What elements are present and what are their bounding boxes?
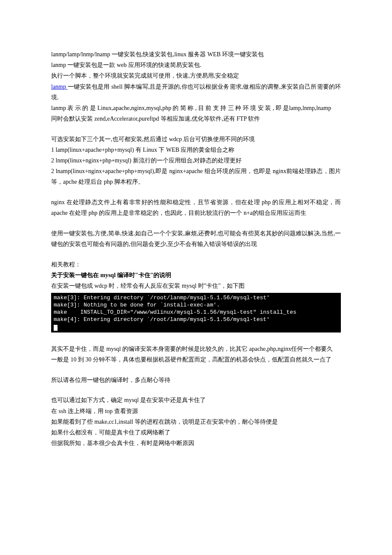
paragraph: 但据我所知，基本很少会真卡住，有时是网络中断原因 xyxy=(51,438,341,448)
paragraph: 同时会默认安装 zend,eAccelerator,pureftpd 等相应加速… xyxy=(51,113,341,124)
section-label: 相关教程： xyxy=(51,259,341,270)
heading-mysql-stuck: 关于安装一键包在 mysql 编译时"卡住"的说明 xyxy=(51,270,341,280)
paragraph-text: 一键安装包是用 shell 脚本编写,且是开源的,你也可以根据业务需求,做相应的… xyxy=(51,84,341,101)
paragraph: 在 ssh 连上终端，用 top 查看资源 xyxy=(51,406,341,416)
terminal-screenshot: make[3]: Entering directory `/root/lanmp… xyxy=(51,293,341,332)
paragraph: 其实不是卡住，而是 mysql 的编译安装本身需要的时候是比较久的，比其它 ap… xyxy=(51,344,341,354)
paragraph: 一般是 10 到 30 分钟不等，具体也要根据机器硬件配置而定，高配置的机器会快… xyxy=(51,354,341,365)
paragraph: 2 lnmp(linux+nginx+php+mysql) 新流行的一个应用组合… xyxy=(51,155,341,166)
terminal-line: make[4]: Entering directory `/root/lanmp… xyxy=(54,316,270,323)
paragraph: 所以请各位用一键包的编译时，多点耐心等待 xyxy=(51,375,341,385)
paragraph: lanmp 一键安装包是一款 web 应用环境的快速简易安装包. xyxy=(51,60,341,70)
lanmp-link[interactable]: lanmp xyxy=(51,84,68,90)
paragraph: 如果能看到了些 make,cc1,install 等的进程在跳动，说明是正在安装… xyxy=(51,416,341,427)
paragraph: 如果什么都没有，可能是真卡住了或网络断了 xyxy=(51,427,341,438)
paragraph: 在安装一键包或 wdcp 时，经常会有人反应在安装 mysql 时"卡住"，如下… xyxy=(51,280,341,291)
terminal-line: make[3]: Nothing to be done for `install… xyxy=(54,302,220,308)
paragraph: lanmp 一键安装包是用 shell 脚本编写,且是开源的,你也可以根据业务需… xyxy=(51,81,341,103)
terminal-line: make[3]: Entering directory `/root/lanmp… xyxy=(54,295,270,301)
terminal-line: make INSTALL_TO_DIR="/www/wdlinux/mysql-… xyxy=(54,309,297,315)
paragraph: 使用一键安装包,方便,简单,快速.如自己一个个安装,麻烦,还费时,也可能会有些莫… xyxy=(51,228,341,249)
paragraph: 也可以通过如下方式，确定 mysql 是在安装中还是真卡住了 xyxy=(51,395,341,405)
paragraph: 2 lnamp(linux+nginx+apache+php+mysql),即是… xyxy=(51,166,341,187)
paragraph: 1 lamp(linux+apache+php+mysql) 有 Linux 下… xyxy=(51,145,341,155)
paragraph: lanmp/lamp/lnmp/lnamp 一键安装包,快速安装包,linux … xyxy=(51,49,341,60)
paragraph: 执行一个脚本，整个环境就安装完成就可使用，快速,方便易用,安全稳定 xyxy=(51,70,341,81)
paragraph: nginx 在处理静态文件上有着非常好的性能和稳定性，且节省资源，但在处理 ph… xyxy=(51,197,341,218)
paragraph: lanmp 表 示 的 是 Linux,apache,nginx,mysql,p… xyxy=(51,103,341,113)
paragraph: 可选安装如下三个其一,也可都安装,然后通过 wdcp 后台可切换使用不同的环境 xyxy=(51,134,341,145)
terminal-cursor xyxy=(54,325,58,331)
